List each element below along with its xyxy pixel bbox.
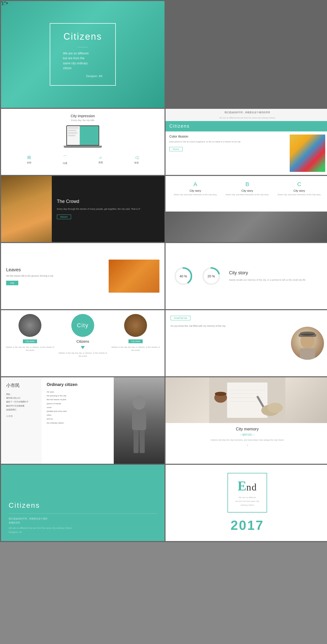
city-col1-desc: Wether in the city, the city, or citizen… — [5, 346, 55, 352]
ci-icon-1: ⊞ 矩阵 — [27, 155, 31, 165]
leaves-content-area: Leaves We like leaves fall to the ground… — [1, 243, 165, 309]
leaves-image — [109, 260, 159, 293]
slide-crowd: The Crowd Every day through the streets … — [1, 176, 165, 242]
citizens-body: Color illusion Each person's role as a k… — [166, 131, 327, 175]
xiaomin-cn-poem: 想起， 城市缩小的人们 递给了一片片分明肥叶子 被此平行又互相依赖 这就是我们 — [6, 392, 37, 412]
city-detail-btn-3[interactable]: City detail — [128, 339, 142, 343]
search-icon: ⌕ — [99, 155, 103, 160]
slide-leaves: Leaves We like leaves fall to the ground… — [1, 243, 165, 309]
city-col-3: City detail Wether in the city, the city… — [110, 314, 161, 372]
tag-icon: ◁ — [134, 155, 139, 160]
stats-content: City story Mainly recalls our memory of … — [229, 270, 321, 282]
memory-content: City memory ～城市记忆～ Citizens will draw th… — [166, 423, 327, 464]
paints-image — [290, 134, 325, 172]
dried-circle-image — [124, 314, 147, 337]
slide-story-abc: A City story Share City. and have memori… — [166, 176, 327, 242]
city-main-circle: City — [71, 314, 94, 337]
city-col-1: City detail Wether in the city, the city… — [5, 314, 55, 372]
citizens-teal-header: Citizens — [166, 121, 327, 131]
ci-icon-label-4: 标签 — [134, 161, 139, 164]
stats-title: City story — [229, 270, 321, 276]
slide-end: E nd We are so different but are from th… — [166, 465, 327, 541]
hero-subtitle: We are so different but are from the sam… — [63, 51, 103, 71]
connect-icon: ⌒ — [63, 155, 67, 161]
xiaomin-cn-title: 小市民 — [6, 382, 37, 388]
city-col2-desc: Wether in the city, the city, or citizen… — [58, 352, 108, 358]
footer-divider — [9, 513, 157, 514]
svg-rect-7 — [300, 348, 315, 360]
slide-city-circles: City detail Wether in the city, the city… — [1, 310, 165, 376]
story-abc-a: A City story Share City. and have memori… — [169, 181, 221, 208]
color-illusion-title: Color illusion — [169, 134, 287, 138]
end-subtitle: We are so different but are from the sam… — [236, 496, 259, 507]
end-year: 2017 — [231, 518, 264, 533]
ci-icon-4: ◁ 标签 — [134, 155, 139, 165]
city-detail-btn-1[interactable]: City detail — [23, 339, 37, 343]
stat-circle-2: 20 % — [201, 266, 221, 286]
footer-teal-designer: Designer :AK — [9, 531, 157, 533]
memory-title: City memory — [171, 427, 324, 431]
ci-icon-3: ⌕ 搜索 — [99, 155, 103, 165]
story-abc-items: A City story Share City. and have memori… — [166, 176, 327, 212]
memory-num: I — [171, 444, 324, 447]
slide-citizens: 我们是如此的不同，却都是在这个城市的市民 We are so different… — [166, 109, 327, 175]
story-abc-b: B City story Share City. and have memori… — [221, 181, 273, 208]
slide-city-impression: City impression Every day, the city tell… — [1, 109, 165, 175]
crowd-image — [1, 176, 52, 242]
footer-teal-en: We are so different, but are from the sa… — [9, 527, 157, 529]
laptop-screen-right — [80, 126, 99, 145]
city-street-image — [166, 212, 327, 242]
svg-rect-15 — [227, 382, 268, 418]
ci-icons: ⊞ 矩阵 ⌒ 沟通 ⌕ 搜索 ◁ 标签 — [6, 155, 159, 165]
crowd-button[interactable]: Mixture — [57, 215, 71, 219]
city-triangle — [81, 346, 85, 349]
crowd-title: The Crowd — [57, 199, 159, 204]
story-abc-c: C City story Share City. and have memori… — [273, 181, 325, 208]
end-letter-e: E — [238, 478, 247, 493]
small-hat-button[interactable]: Small felt hat — [171, 316, 190, 320]
city-col3-desc: Wether in the city, the city, or citizen… — [110, 346, 161, 352]
svg-point-10 — [133, 396, 145, 410]
hat-desc: Do you know this, hat filled with my mem… — [171, 324, 286, 328]
citizens-text: Color illusion Each person's role as a k… — [169, 134, 287, 172]
story-overlay — [166, 212, 327, 242]
svg-point-6 — [300, 332, 315, 336]
citizens-section-title: Citizens — [169, 124, 325, 129]
slide-xiaomin: 小市民 想起， 城市缩小的人们 递给了一片片分明肥叶子 被此平行又互相依赖 这就… — [1, 377, 165, 464]
stats-desc: Mainly recalls our memory of the city, o… — [229, 278, 321, 282]
footer-teal-title: Citizens — [9, 501, 157, 510]
hat-portrait-image — [291, 327, 324, 360]
xiaomin-en-title: Ordinary citizen — [47, 382, 109, 387]
citizens-label: Citizens — [76, 339, 89, 343]
city-col-2: City Citizens Wether in the city, the ci… — [58, 314, 108, 372]
end-title-nd: nd — [246, 482, 257, 493]
mixture-button[interactable]: Mixture — [169, 147, 183, 151]
slide-small-hat: Small felt hat Do you know this, hat fil… — [166, 310, 327, 376]
xiaomin-sig: 小市民 — [6, 415, 37, 418]
ci-title: City impression — [6, 114, 159, 118]
ci-icon-label-1: 矩阵 — [27, 161, 31, 164]
citizens-top-cn: 我们是如此的不同，却都是在这个城市的市民 — [166, 109, 327, 116]
hero-designer: Designer :AK — [63, 74, 103, 78]
ci-subtitle: Every day, the city tells — [6, 119, 159, 122]
crowd-content: The Crowd Every day through the streets … — [52, 176, 165, 242]
stat-circle-1: 40 % — [173, 266, 193, 286]
leaves-desc: We like leaves fall to the ground, formi… — [6, 275, 109, 277]
city-button[interactable]: City — [6, 281, 18, 285]
leaves-title: Leaves — [6, 267, 109, 273]
memory-writing-image — [166, 377, 327, 423]
color-illusion-desc: Each person's role as a kind of pigment,… — [169, 140, 287, 144]
ci-icon-label-3: 搜索 — [99, 161, 103, 164]
slide-stats: 40 % 20 % City story Mainly recalls our … — [166, 243, 327, 309]
hero-box: Citizens We are so different but are fro… — [50, 23, 116, 86]
laptop-screen-left — [67, 126, 80, 145]
slide-hero: ');"> Citizens We are so different but a… — [1, 1, 165, 108]
footer-teal-cn: 我们是如此的不同，却都是在这个城市 普通的市民 — [9, 517, 157, 525]
memory-sub: ～城市记忆～ — [171, 433, 324, 437]
end-title-wrap: E nd — [236, 478, 259, 493]
xiaomin-center-panel: Ordinary citizen He said, the passing in… — [42, 377, 114, 464]
xiaomin-left-panel: 小市民 想起， 城市缩小的人们 递给了一片片分明肥叶子 被此平行又互相依赖 这就… — [1, 377, 42, 464]
ci-icon-label-2: 沟通 — [63, 162, 67, 165]
ci-icon-2: ⌒ 沟通 — [63, 155, 67, 165]
laptop-mockup — [62, 125, 103, 151]
